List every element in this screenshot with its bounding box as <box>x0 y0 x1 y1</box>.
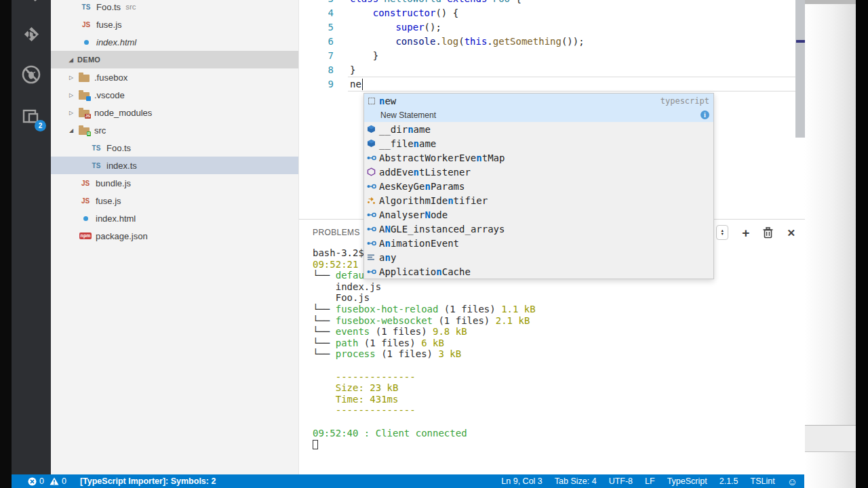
no-debug-icon[interactable] <box>20 64 42 85</box>
chevron-expanded-icon: ◢ <box>68 57 75 63</box>
terminal-line: -------------- <box>313 371 536 383</box>
terminal-line: └── events (1 files) 9.8 kB <box>313 326 536 338</box>
terminal-select-stepper[interactable]: ▲▼ <box>716 225 728 240</box>
tree-item-label: node_modules <box>94 108 152 118</box>
terminal-line <box>313 360 536 371</box>
kill-terminal-button[interactable] <box>763 227 773 239</box>
typescript-file-icon: TS <box>90 160 103 171</box>
folder-section-header[interactable]: ◢DEMO <box>51 51 298 68</box>
open-editor-item-fuse.js[interactable]: JSfuse.js <box>51 16 298 33</box>
text-cursor <box>362 79 363 90</box>
terminal-line: Time: 431ms <box>313 394 536 405</box>
typescript-file-icon: TS <box>90 142 103 153</box>
terminal-line: 09:52:40 : Client connected <box>313 428 536 439</box>
keyword-icon <box>367 253 379 262</box>
close-panel-button[interactable]: ✕ <box>787 226 795 239</box>
line-number: 9 <box>299 77 342 92</box>
suggestion-AnalyserNode[interactable]: AnalyserNode <box>364 207 713 222</box>
suggestion-AlgorithmIdentifier[interactable]: AlgorithmIdentifier <box>364 193 713 207</box>
open-editor-item-Foo.ts[interactable]: TSFoo.tssrc <box>51 0 298 16</box>
suggestion-language: typescript <box>660 96 709 106</box>
line-number: 5 <box>299 20 342 35</box>
typescript-file-icon: TS <box>79 1 93 12</box>
line-number: 4 <box>299 6 342 20</box>
suggestion-any[interactable]: any <box>364 250 713 264</box>
suggestion-ApplicationCache[interactable]: ApplicationCache <box>364 264 713 279</box>
status-item-2-1-5[interactable]: 2.1.5 <box>719 476 738 486</box>
javascript-file-icon: JS <box>79 195 92 206</box>
status-bar: 0 0 [TypeScript Importer]: Symbols: 2 Ln… <box>12 474 804 488</box>
explorer-item-Foo.ts[interactable]: TSFoo.ts <box>51 139 298 157</box>
suggestion-new[interactable]: newtypescript <box>364 94 713 108</box>
explorer-item-package.json[interactable]: npmpackage.json <box>51 227 298 245</box>
terminal-line: -------------- <box>313 405 536 416</box>
screen-edge <box>856 0 868 488</box>
ts-importer-status[interactable]: [TypeScript Importer]: Symbols: 2 <box>80 476 216 486</box>
open-editor-label: index.html <box>96 37 136 47</box>
status-item-utf-8[interactable]: UTF-8 <box>609 476 633 486</box>
suggestion-ANGLE_instanced_arrays[interactable]: ANGLE_instanced_arrays <box>364 222 713 236</box>
suggestion-__dirname[interactable]: __dirname <box>364 122 713 136</box>
iface-icon <box>367 267 379 277</box>
explorer-sidebar: TSFoo.tssrcJSfuse.jsindex.html◢DEMO▷.fus… <box>51 0 298 474</box>
explorer-item-.vscode[interactable]: ▷.vscode <box>51 86 298 104</box>
tree-item-label: index.html <box>96 214 136 224</box>
explorer-item-index.html[interactable]: index.html <box>51 209 298 227</box>
folder-icon <box>77 89 91 100</box>
javascript-file-icon: JS <box>79 19 93 30</box>
error-icon <box>28 477 37 486</box>
editor-scrollbar[interactable] <box>795 0 805 138</box>
folder-icon: B <box>77 125 91 136</box>
status-item-tab-size-4[interactable]: Tab Size: 4 <box>555 476 597 486</box>
explorer-item-bundle.js[interactable]: JSbundle.js <box>51 174 298 192</box>
info-icon[interactable]: i <box>701 110 709 119</box>
activity-bar: 2 <box>12 0 51 474</box>
error-count: 0 <box>39 476 44 486</box>
search-icon[interactable] <box>20 0 42 3</box>
chevron-collapsed-icon: ▷ <box>68 110 75 116</box>
extensions-icon[interactable]: 2 <box>20 106 42 127</box>
suggestion-AnimationEvent[interactable]: AnimationEvent <box>364 236 713 250</box>
status-item-ln-9-col-3[interactable]: Ln 9, Col 3 <box>501 476 542 486</box>
alias-icon <box>367 196 379 205</box>
tree-item-label: bundle.js <box>96 178 131 188</box>
suggestion-__filename[interactable]: __filename <box>364 136 713 150</box>
intellisense-popup: newtypescriptNew Statementi__dirname__fi… <box>363 93 714 279</box>
status-right-items: Ln 9, Col 3Tab Size: 4UTF-8LFTypeScript2… <box>501 476 804 487</box>
explorer-item-fuse.js[interactable]: JSfuse.js <box>51 192 298 209</box>
git-icon[interactable] <box>20 23 42 45</box>
suggestion-AbstractWorkerEventMap[interactable]: AbstractWorkerEventMap <box>364 150 713 165</box>
status-item-tslint[interactable]: TSLint <box>751 476 775 486</box>
suggestion-AesKeyGenParams[interactable]: AesKeyGenParams <box>364 179 713 193</box>
problems-status[interactable]: 0 0 <box>28 476 66 486</box>
explorer-item-node_modules[interactable]: ▷JSnode_modules <box>51 104 298 121</box>
feedback-smiley-icon[interactable]: ☺ <box>787 476 797 487</box>
line-number: 3 <box>299 0 342 6</box>
line-number: 6 <box>299 35 342 49</box>
explorer-item-src[interactable]: ◢Bsrc <box>51 121 298 139</box>
current-line-highlight <box>348 77 795 92</box>
video-frame: 2 TSFoo.tssrcJSfuse.jsindex.html◢DEMO▷.f… <box>0 0 868 488</box>
open-editor-label: fuse.js <box>96 20 122 30</box>
folder-section-label: DEMO <box>77 56 100 64</box>
explorer-item-.fusebox[interactable]: ▷.fusebox <box>51 68 298 86</box>
tab-problems[interactable]: PROBLEMS <box>313 228 360 237</box>
terminal-line: └── process (1 files) 3 kB <box>313 348 536 360</box>
open-editor-item-index.html[interactable]: index.html <box>51 33 298 51</box>
suggestion-detail-row: New Statementi <box>364 108 713 122</box>
code-line-8: } <box>350 63 355 77</box>
terminal-cursor <box>313 440 318 449</box>
snippet-icon <box>367 96 379 106</box>
iface-icon <box>367 239 379 248</box>
status-item-lf[interactable]: LF <box>645 476 655 486</box>
method-icon <box>367 167 379 177</box>
explorer-item-index.ts[interactable]: TSindex.ts <box>51 157 298 174</box>
status-item-typescript[interactable]: TypeScript <box>667 476 707 486</box>
terminal-line: └── path (1 files) 6 kB <box>313 338 536 349</box>
new-terminal-button[interactable]: + <box>742 226 749 239</box>
suggestion-addEventListener[interactable]: addEventListener <box>364 165 713 179</box>
line-number: 7 <box>299 49 342 63</box>
tree-item-label: index.ts <box>106 161 137 171</box>
terminal-line: └── fusebox-websocket (1 files) 2.1 kB <box>313 315 536 327</box>
background-strip <box>804 0 856 488</box>
